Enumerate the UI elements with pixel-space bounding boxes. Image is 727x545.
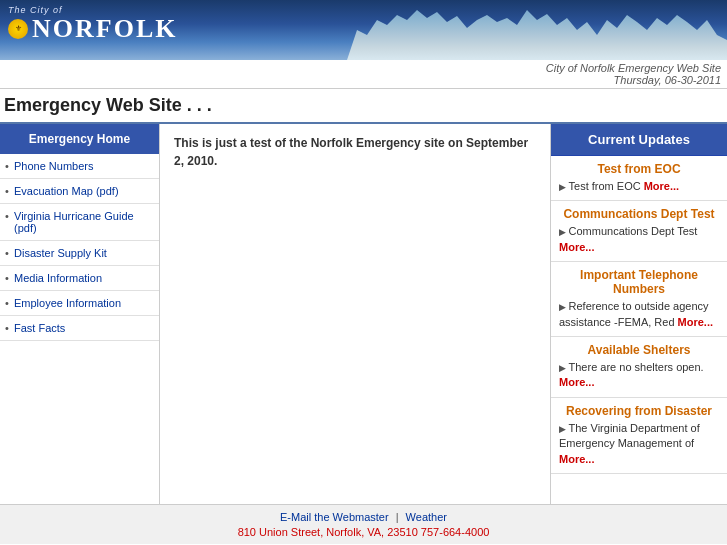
sidebar-item-2[interactable]: Virginia Hurricane Guide (pdf) [0,204,159,241]
main-layout: Emergency Home Phone NumbersEvacuation M… [0,124,727,504]
right-panel-sections: Test from EOCTest from EOC More...Commun… [551,156,727,474]
sidebar-link-4[interactable]: Media Information [14,272,102,284]
update-title-1: Communcations Dept Test [559,207,719,221]
site-title: City of Norfolk Emergency Web Site [6,62,721,74]
logo-norfolk: NORFOLK [32,15,177,44]
page-title-bar: Emergency Web Site . . . [0,89,727,124]
sidebar-nav: Phone NumbersEvacuation Map (pdf)Virgini… [0,154,159,341]
sidebar: Emergency Home Phone NumbersEvacuation M… [0,124,160,504]
update-section-4: Recovering from DisasterThe Virginia Dep… [551,398,727,474]
sidebar-item-5[interactable]: Employee Information [0,291,159,316]
sidebar-link-2[interactable]: Virginia Hurricane Guide (pdf) [14,210,134,234]
update-body-3: There are no shelters open. More... [559,360,719,391]
center-message: This is just a test of the Norfolk Emerg… [174,134,536,170]
update-body-4: The Virginia Department of Emergency Man… [559,421,719,467]
update-more-link-2[interactable]: More... [678,316,713,328]
footer-separator: | [396,511,399,523]
footer-links: E-Mail the Webmaster | Weather [4,511,723,523]
update-body-2: Reference to outside agency assistance -… [559,299,719,330]
right-panel-header: Current Updates [551,124,727,156]
site-date: Thursday, 06-30-2011 [6,74,721,86]
update-section-1: Communcations Dept TestCommuncations Dep… [551,201,727,262]
site-header: The City of ⚜ NORFOLK [0,0,727,60]
logo-area: The City of ⚜ NORFOLK [8,5,177,44]
update-section-3: Available SheltersThere are no shelters … [551,337,727,398]
update-title-0: Test from EOC [559,162,719,176]
weather-link[interactable]: Weather [406,511,447,523]
page-title: Emergency Web Site . . . [4,95,212,115]
update-more-link-3[interactable]: More... [559,376,594,388]
center-content: This is just a test of the Norfolk Emerg… [160,124,551,504]
sidebar-link-6[interactable]: Fast Facts [14,322,65,334]
sidebar-item-0[interactable]: Phone Numbers [0,154,159,179]
update-title-2: Important Telephone Numbers [559,268,719,296]
cityscape-image [347,0,727,60]
update-body-0: Test from EOC More... [559,179,719,194]
sidebar-link-3[interactable]: Disaster Supply Kit [14,247,107,259]
update-section-0: Test from EOCTest from EOC More... [551,156,727,201]
sidebar-link-5[interactable]: Employee Information [14,297,121,309]
sidebar-nav-list: Phone NumbersEvacuation Map (pdf)Virgini… [0,154,159,341]
logo-seal: ⚜ [8,19,28,39]
sidebar-item-3[interactable]: Disaster Supply Kit [0,241,159,266]
email-webmaster-link[interactable]: E-Mail the Webmaster [280,511,389,523]
sidebar-item-1[interactable]: Evacuation Map (pdf) [0,179,159,204]
sidebar-link-1[interactable]: Evacuation Map (pdf) [14,185,119,197]
update-more-link-1[interactable]: More... [559,241,594,253]
sidebar-link-0[interactable]: Phone Numbers [14,160,94,172]
update-section-2: Important Telephone NumbersReference to … [551,262,727,337]
site-title-bar: City of Norfolk Emergency Web Site Thurs… [0,60,727,89]
update-more-link-0[interactable]: More... [644,180,679,192]
update-title-3: Available Shelters [559,343,719,357]
update-more-link-4[interactable]: More... [559,453,594,465]
update-body-1: Communcations Dept Test More... [559,224,719,255]
footer: E-Mail the Webmaster | Weather 810 Union… [0,504,727,544]
update-title-4: Recovering from Disaster [559,404,719,418]
footer-address: 810 Union Street, Norfolk, VA, 23510 757… [4,526,723,538]
sidebar-nav-header[interactable]: Emergency Home [0,124,159,154]
sidebar-item-4[interactable]: Media Information [0,266,159,291]
right-panel: Current Updates Test from EOCTest from E… [551,124,727,504]
sidebar-item-6[interactable]: Fast Facts [0,316,159,341]
